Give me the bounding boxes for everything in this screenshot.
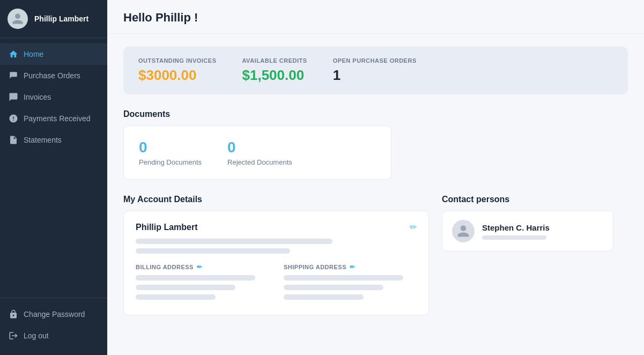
billing-address-col: BILLING ADDRESS ✏	[136, 263, 269, 304]
shipping-address-col: SHIPPING ADDRESS ✏	[284, 263, 417, 304]
avatar	[8, 9, 28, 29]
rejected-count: 0	[227, 139, 292, 156]
sidebar-username: Phillip Lambert	[34, 14, 88, 23]
account-details-title: My Account Details	[123, 195, 429, 204]
pending-label: Pending Documents	[139, 158, 202, 166]
sidebar-item-payments-received[interactable]: Payments Received	[0, 108, 107, 129]
rejected-label: Rejected Documents	[227, 158, 292, 166]
outstanding-invoices-value: $3000.00	[138, 67, 216, 84]
stats-card: OUTSTANDING INVOICES $3000.00 AVAILABLE …	[123, 47, 628, 94]
address-section: BILLING ADDRESS ✏ SHIPPING ADDRESS ✏	[136, 263, 417, 304]
main-content-area: Hello Phillip ! OUTSTANDING INVOICES $30…	[107, 0, 644, 355]
sidebar: Phillip Lambert Home Purchase Orders Inv…	[0, 0, 107, 355]
page-greeting: Hello Phillip !	[123, 11, 628, 25]
open-purchase-orders-value: 1	[333, 67, 417, 84]
contact-avatar	[452, 220, 475, 242]
billing-address-label: BILLING ADDRESS ✏	[136, 263, 269, 271]
shipping-line-2	[284, 285, 383, 290]
edit-billing-icon[interactable]: ✏	[197, 263, 203, 271]
sidebar-bottom: Change Password Log out	[0, 298, 107, 355]
billing-line-3	[136, 294, 216, 300]
contact-persons-title: Contact persons	[442, 195, 613, 204]
account-name: Phillip Lambert	[136, 223, 198, 232]
bottom-section: My Account Details Phillip Lambert ✏ BIL…	[123, 195, 628, 315]
account-card: Phillip Lambert ✏ BILLING ADDRESS ✏	[123, 211, 429, 315]
shipping-line-1	[284, 275, 403, 280]
edit-shipping-icon[interactable]: ✏	[350, 263, 356, 271]
available-credits-value: $1,500.00	[242, 67, 307, 84]
skeleton-line-1	[136, 239, 332, 244]
contact-card: Stephen C. Harris	[442, 211, 613, 252]
rejected-documents: 0 Rejected Documents	[227, 139, 292, 166]
documents-card: 0 Pending Documents 0 Rejected Documents	[123, 125, 391, 180]
pending-count: 0	[139, 139, 202, 156]
sidebar-item-statements[interactable]: Statements	[0, 129, 107, 151]
sidebar-item-purchase-orders[interactable]: Purchase Orders	[0, 65, 107, 86]
documents-section-title: Documents	[123, 109, 628, 119]
account-details-section: My Account Details Phillip Lambert ✏ BIL…	[123, 195, 429, 315]
open-purchase-orders-stat: OPEN PURCHASE ORDERS 1	[333, 57, 417, 84]
contact-sub-line	[482, 235, 546, 240]
shipping-address-label: SHIPPING ADDRESS ✏	[284, 263, 417, 271]
sidebar-item-home[interactable]: Home	[0, 43, 107, 65]
contact-info: Stephen C. Harris	[482, 223, 550, 240]
sidebar-nav: Home Purchase Orders Invoices Payments R…	[0, 38, 107, 298]
pending-documents: 0 Pending Documents	[139, 139, 202, 166]
account-card-header: Phillip Lambert ✏	[136, 222, 417, 232]
sidebar-item-invoices[interactable]: Invoices	[0, 86, 107, 108]
outstanding-invoices-stat: OUTSTANDING INVOICES $3000.00	[138, 57, 216, 84]
main-header: Hello Phillip !	[107, 0, 644, 34]
contact-persons-section: Contact persons Stephen C. Harris	[442, 195, 613, 315]
edit-account-icon[interactable]: ✏	[410, 222, 417, 232]
main-body: OUTSTANDING INVOICES $3000.00 AVAILABLE …	[107, 34, 644, 355]
sidebar-header: Phillip Lambert	[0, 0, 107, 38]
logout-button[interactable]: Log out	[0, 325, 107, 346]
billing-line-1	[136, 275, 255, 280]
contact-name: Stephen C. Harris	[482, 223, 550, 232]
billing-line-2	[136, 285, 235, 290]
skeleton-line-2	[136, 248, 290, 254]
change-password-button[interactable]: Change Password	[0, 304, 107, 325]
shipping-line-3	[284, 294, 364, 300]
available-credits-stat: AVAILABLE CREDITS $1,500.00	[242, 57, 307, 84]
